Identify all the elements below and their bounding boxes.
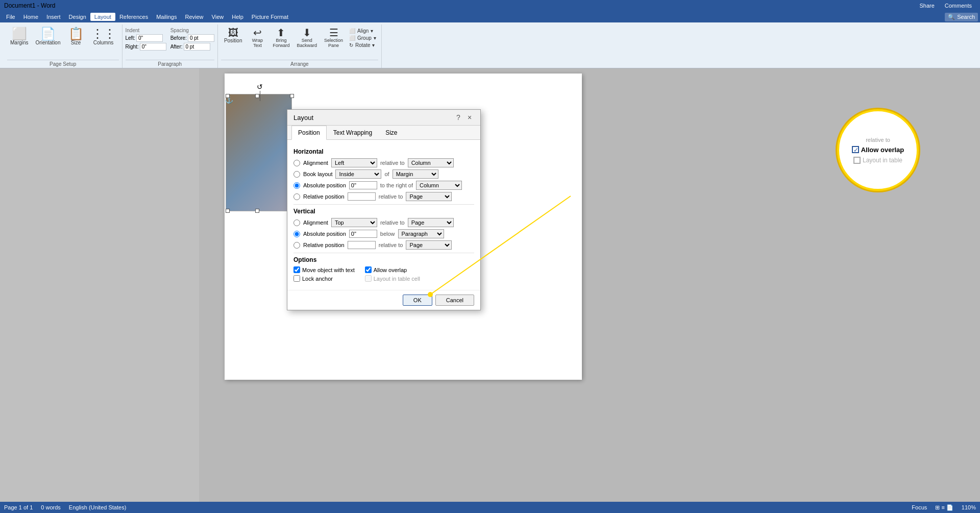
resize-handle-bm[interactable] <box>255 209 259 213</box>
horizontal-alignment-select[interactable]: LeftCenterRight <box>331 158 377 167</box>
wrap-text-button[interactable]: ↩ WrapText <box>246 26 268 50</box>
rotation-handle[interactable]: ↺ <box>257 83 263 101</box>
comments-button[interactable]: Comments <box>941 3 976 9</box>
before-label: Before: <box>170 35 187 41</box>
document-title: Document1 - Word <box>4 2 55 9</box>
size-button[interactable]: 📋 Size <box>65 26 87 47</box>
menu-design[interactable]: Design <box>65 13 90 21</box>
dialog-title-bar: Layout ? × <box>287 110 480 126</box>
horizontal-absolute-input[interactable] <box>349 181 377 189</box>
vertical-alignment-row: Alignment TopCenterBottom relative to Pa… <box>293 218 474 227</box>
margins-button[interactable]: ⬜ Margins <box>7 26 32 47</box>
menu-home[interactable]: Home <box>19 13 42 21</box>
tab-text-wrapping[interactable]: Text Wrapping <box>327 126 379 139</box>
book-layout-row: Book layout InsideOutside of MarginPage <box>293 169 474 179</box>
book-layout-of-text: of <box>384 171 389 177</box>
menu-picture-format[interactable]: Picture Format <box>248 13 292 21</box>
focus-label[interactable]: Focus <box>912 504 927 510</box>
horizontal-relative-input[interactable] <box>348 192 376 201</box>
vertical-relative-select[interactable]: PageMargin <box>406 240 452 250</box>
horizontal-alignment-relative-select[interactable]: ColumnPageMargin <box>408 158 454 167</box>
resize-handle-tr[interactable] <box>290 94 294 98</box>
move-object-checkbox[interactable] <box>293 266 300 273</box>
vertical-below-select[interactable]: ParagraphPageMargin <box>398 229 444 238</box>
indent-label: Indent <box>126 28 166 33</box>
titlebar: Document1 - Word Share Comments <box>0 0 980 11</box>
arrange-label: Arrange <box>221 60 378 67</box>
selection-pane-button[interactable]: ☰ SelectionPane <box>321 26 346 50</box>
cancel-button[interactable]: Cancel <box>435 295 474 306</box>
menu-mailings[interactable]: Mailings <box>152 13 181 21</box>
dialog-tabs: Position Text Wrapping Size <box>287 126 480 140</box>
book-layout-label: Book layout <box>303 171 332 177</box>
horizontal-right-of-select[interactable]: ColumnPageMargin <box>416 181 462 190</box>
view-options[interactable]: ⊞ ≡ 📄 <box>935 504 953 511</box>
menu-insert[interactable]: Insert <box>42 13 65 21</box>
share-button[interactable]: Share <box>915 3 938 9</box>
vertical-absolute-row: Absolute position below ParagraphPageMar… <box>293 229 474 238</box>
book-layout-select[interactable]: InsideOutside <box>335 169 381 179</box>
horizontal-alignment-radio[interactable] <box>293 160 300 166</box>
lock-anchor-label: Lock anchor <box>302 276 333 282</box>
callout-layout-in-table: Layout in table <box>853 157 902 164</box>
vertical-relative-row: Relative position relative to PageMargin <box>293 240 474 250</box>
horizontal-relative-radio[interactable] <box>293 193 300 200</box>
horizontal-absolute-radio[interactable] <box>293 182 300 189</box>
word-count: 0 words <box>41 504 61 510</box>
menu-references[interactable]: References <box>115 13 152 21</box>
align-chevron: ▾ <box>371 28 373 34</box>
position-button[interactable]: 🖼 Position <box>221 26 246 45</box>
callout-allow-overlap-label: Allow overlap <box>861 146 904 154</box>
layout-in-table-label: Layout in table cell <box>374 276 420 282</box>
tab-size[interactable]: Size <box>379 126 404 139</box>
zoom-level[interactable]: 110% <box>962 504 976 510</box>
margins-icon: ⬜ <box>12 28 27 40</box>
orientation-button[interactable]: 📄 Orientation <box>33 26 64 47</box>
menu-layout[interactable]: Layout <box>90 13 115 21</box>
tab-position[interactable]: Position <box>291 126 327 140</box>
vertical-alignment-select[interactable]: TopCenterBottom <box>331 218 377 227</box>
send-backward-button[interactable]: ⬇ SendBackward <box>293 26 320 50</box>
resize-handle-tl[interactable] <box>226 94 230 98</box>
vertical-absolute-radio[interactable] <box>293 231 300 237</box>
size-label: Size <box>71 40 81 45</box>
horizontal-relative-select[interactable]: PageMargin <box>406 192 452 201</box>
callout-allow-overlap: ✓ Allow overlap <box>852 146 904 154</box>
layout-in-table-checkbox[interactable] <box>365 275 372 282</box>
wrap-text-icon: ↩ <box>253 28 262 38</box>
rotate-button[interactable]: ↻ Rotate ▾ <box>347 42 378 48</box>
vertical-absolute-input[interactable] <box>349 230 377 238</box>
book-layout-radio[interactable] <box>293 171 300 178</box>
spacing-label: Spacing <box>170 28 214 33</box>
layout-in-table-row: Layout in table cell <box>365 275 420 282</box>
allow-overlap-checkbox[interactable] <box>365 266 372 273</box>
before-spacing-input[interactable] <box>188 34 214 42</box>
bring-forward-label: BringForward <box>273 38 289 48</box>
ok-button[interactable]: OK <box>403 295 432 306</box>
book-layout-of-select[interactable]: MarginPage <box>393 169 438 179</box>
search-box[interactable]: 🔍 Search <box>945 13 978 21</box>
dialog-help-button[interactable]: ? <box>454 113 463 122</box>
left-indent-input[interactable] <box>136 34 163 42</box>
resize-handle-bl[interactable] <box>226 209 230 213</box>
after-spacing-input[interactable] <box>184 43 210 51</box>
columns-button[interactable]: ⋮⋮ Columns <box>88 26 119 47</box>
vertical-relative-input[interactable] <box>348 241 376 249</box>
bring-forward-button[interactable]: ⬆ BringForward <box>270 26 292 50</box>
menu-review[interactable]: Review <box>181 13 208 21</box>
menu-file[interactable]: File <box>2 13 19 21</box>
menu-help[interactable]: Help <box>228 13 248 21</box>
rotate-chevron: ▾ <box>372 42 375 48</box>
lock-anchor-row: Lock anchor <box>293 275 355 282</box>
lock-anchor-checkbox[interactable] <box>293 275 300 282</box>
menu-view[interactable]: View <box>208 13 228 21</box>
group-button[interactable]: ⬜ Group ▾ <box>347 35 378 41</box>
vertical-relative-radio[interactable] <box>293 242 300 249</box>
right-indent-input[interactable] <box>140 43 166 51</box>
vertical-alignment-relative-select[interactable]: PageMargin <box>408 218 454 227</box>
dialog-close-button[interactable]: × <box>465 113 474 122</box>
vertical-alignment-radio[interactable] <box>293 219 300 226</box>
align-button[interactable]: ⬜ Align ▾ <box>347 28 378 34</box>
bring-forward-icon: ⬆ <box>277 28 285 38</box>
left-indent-label: Left: <box>126 35 135 41</box>
